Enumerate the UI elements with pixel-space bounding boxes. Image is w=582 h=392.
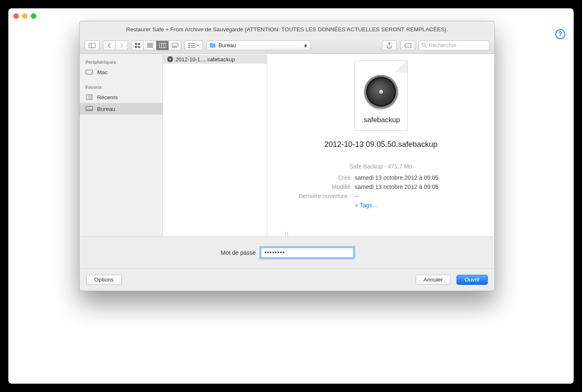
share-icon	[386, 42, 392, 49]
forward-button[interactable]	[115, 40, 128, 50]
group-by-button[interactable]	[185, 40, 203, 50]
tag-icon	[404, 43, 411, 48]
location-selector[interactable]: Bureau ▲▼	[206, 40, 311, 50]
content-row: Périphériques Mac Favoris Récents	[80, 54, 494, 236]
sidebar-toggle-button[interactable]	[85, 40, 100, 50]
sidebar-item-mac[interactable]: Mac	[80, 66, 163, 78]
svg-rect-18	[188, 45, 190, 46]
svg-rect-3	[138, 43, 140, 45]
file-meta: Safe Backup - 471,7 Mo Créé samedi 13 oc…	[276, 163, 486, 210]
column-list: 2012-10-1….safebackup	[163, 54, 267, 236]
chevron-right-icon	[120, 43, 123, 48]
created-val: samedi 13 octobre 2012 à 09:05	[355, 173, 439, 182]
sidebar-header-devices: Périphériques	[80, 57, 163, 66]
password-input[interactable]	[261, 248, 354, 258]
view-list-button[interactable]	[144, 40, 156, 50]
add-tags-link[interactable]: + Tags…	[355, 201, 378, 210]
svg-rect-10	[159, 43, 166, 48]
svg-rect-17	[188, 43, 190, 44]
chevron-left-icon	[108, 43, 111, 48]
file-summary: Safe Backup - 471,7 Mo	[276, 163, 486, 170]
file-ext-label: .safebackup	[362, 116, 400, 124]
lastopen-key: Dernière ouverture :	[276, 191, 351, 201]
folder-icon	[209, 43, 216, 48]
file-icon: .safebackup	[354, 60, 408, 131]
close-window-button[interactable]	[13, 13, 19, 19]
columns-icon	[159, 43, 166, 48]
sidebar-item-label: Mac	[97, 69, 108, 75]
svg-rect-13	[172, 43, 178, 46]
sidebar-header-favorites: Favoris	[80, 82, 163, 91]
traffic-lights	[13, 13, 36, 19]
updown-icon: ▲▼	[304, 43, 308, 48]
sidebar: Périphériques Mac Favoris Récents	[80, 54, 163, 236]
svg-rect-25	[86, 70, 93, 74]
preview-panel: .safebackup 2012-10-13 09.05.50.safeback…	[267, 54, 494, 236]
location-label: Bureau	[218, 42, 236, 48]
sidebar-icon	[89, 43, 95, 48]
lastopen-val: --	[355, 191, 359, 201]
grid-icon	[135, 43, 140, 48]
password-label: Mot de passe	[221, 249, 256, 256]
zoom-window-button[interactable]	[31, 13, 36, 19]
sidebar-item-desktop[interactable]: Bureau	[80, 103, 163, 115]
svg-rect-4	[135, 46, 137, 48]
sidebar-item-label: Récents	[97, 94, 118, 101]
modified-key: Modifié	[276, 182, 351, 191]
created-key: Créé	[276, 173, 351, 182]
file-item[interactable]: 2012-10-1….safebackup	[163, 55, 267, 64]
sidebar-item-label: Bureau	[97, 106, 115, 112]
file-item-label: 2012-10-1….safebackup	[176, 56, 235, 63]
file-name: 2012-10-13 09.05.50.safebackup	[324, 140, 438, 149]
cancel-button[interactable]: Annuler	[416, 275, 451, 285]
svg-line-24	[425, 46, 426, 48]
search-placeholder: Rechercher	[429, 42, 457, 48]
options-button[interactable]: Options	[86, 275, 122, 285]
toolbar: Bureau ▲▼ Rechercher	[80, 37, 494, 54]
modified-val: samedi 13 octobre 2012 à 09:05	[355, 182, 439, 191]
button-bar: Options Annuler Ouvrir	[80, 268, 494, 291]
search-icon	[421, 43, 427, 48]
open-dialog: Restaurer Safe + From Archive de Sauvega…	[79, 21, 495, 291]
recents-icon	[85, 94, 93, 100]
view-icon-button[interactable]	[131, 40, 144, 50]
group-icon	[188, 43, 195, 48]
view-gallery-button[interactable]	[169, 40, 181, 50]
password-section: Mot de passe	[80, 236, 494, 268]
safe-dial-icon	[364, 75, 398, 108]
search-field[interactable]: Rechercher	[419, 40, 489, 50]
chevron-down-icon	[196, 44, 200, 47]
back-button[interactable]	[103, 40, 115, 50]
help-button[interactable]: ?	[555, 29, 565, 39]
svg-rect-15	[174, 47, 175, 48]
share-button[interactable]	[382, 40, 397, 50]
list-icon	[147, 43, 153, 48]
svg-rect-0	[89, 43, 95, 48]
sidebar-item-recents[interactable]: Récents	[80, 91, 163, 103]
desktop-icon	[85, 106, 93, 112]
svg-rect-2	[135, 43, 137, 45]
dialog-title: Restaurer Safe + From Archive de Sauvega…	[80, 21, 494, 37]
svg-rect-14	[172, 47, 173, 48]
svg-rect-16	[176, 47, 177, 48]
gallery-icon	[172, 43, 178, 48]
svg-point-26	[91, 73, 92, 73]
view-column-button[interactable]	[156, 40, 169, 50]
outer-window: ? Restaurer Safe + From Archive de Sauve…	[8, 8, 574, 384]
minimize-window-button[interactable]	[22, 13, 28, 19]
tags-button[interactable]	[400, 40, 415, 50]
hdd-icon	[85, 69, 93, 75]
open-button[interactable]: Ouvrir	[457, 275, 488, 285]
resize-handle[interactable]: ||	[285, 231, 289, 236]
file-type-icon	[167, 56, 173, 62]
svg-rect-5	[138, 46, 140, 48]
svg-point-23	[422, 43, 425, 46]
svg-rect-19	[188, 47, 190, 48]
